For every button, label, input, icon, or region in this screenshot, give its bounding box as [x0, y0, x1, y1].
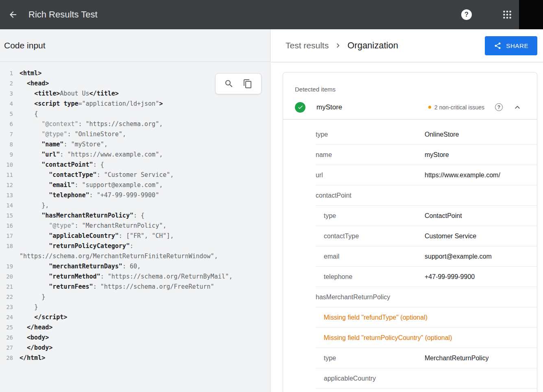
- code-line: 6 "@context": "https://schema.org",: [0, 119, 270, 129]
- code-line: 13 "telephone": "+47-99-999-9900": [0, 190, 270, 200]
- breadcrumb-chevron-icon: [334, 41, 342, 50]
- code-line: 7 "@type": "OnlineStore",: [0, 129, 270, 139]
- detail-key: contactPoint: [316, 192, 351, 199]
- detail-value: MerchantReturnPolicy: [425, 355, 488, 362]
- code-editor[interactable]: 1<html>2 <head>3 <title>About Us</title>…: [0, 62, 270, 392]
- code-text: </head>: [13, 322, 270, 333]
- section-row: applicableCountry: [283, 368, 537, 389]
- code-text: },: [13, 200, 270, 211]
- line-number: 8: [0, 139, 13, 150]
- back-button[interactable]: [7, 8, 20, 21]
- code-text: }: [13, 292, 270, 302]
- code-text: {: [13, 109, 270, 119]
- detail-rows: typeOnlineStorenamemyStoreurlhttps://www…: [283, 120, 537, 389]
- issues-summary: 2 non-critical issues: [428, 104, 484, 111]
- code-text: "name": "myStore",: [13, 139, 270, 150]
- detail-row: emailsupport@example.com: [283, 246, 537, 267]
- code-text: "contactPoint": {: [13, 160, 270, 170]
- row-divider: [316, 388, 537, 389]
- line-number: 7: [0, 129, 13, 139]
- code-text: "hasMerchantReturnPolicy": {: [13, 211, 270, 221]
- code-toolbar: [215, 73, 262, 94]
- code-line: 10 "contactPoint": {: [0, 160, 270, 170]
- code-input-header: Code input: [0, 29, 270, 62]
- line-number: 18: [0, 241, 13, 261]
- warning-text: Missing field "returnPolicyCountry" (opt…: [324, 334, 452, 342]
- code-input-title: Code input: [4, 41, 46, 50]
- line-number: 14: [0, 200, 13, 211]
- topbar-right: ?: [461, 0, 543, 29]
- code-text: "email": "support@example.com",: [13, 180, 270, 190]
- chevron-up-icon[interactable]: [512, 102, 522, 112]
- detail-key: url: [316, 172, 323, 179]
- code-line: 28</html>: [0, 353, 270, 363]
- detail-row: urlhttps://www.example.com/: [283, 165, 537, 185]
- code-line: 22 }: [0, 292, 270, 302]
- issues-text: 2 non-critical issues: [434, 104, 484, 111]
- code-text: "returnFees": "https://schema.org/FreeRe…: [13, 282, 270, 292]
- breadcrumb-entity: Organization: [347, 40, 398, 51]
- topbar: Rich Results Test ?: [0, 0, 543, 29]
- line-number: 11: [0, 170, 13, 180]
- line-number: 22: [0, 292, 13, 302]
- code-line: 17 "applicableCountry": ["FR", "CH"],: [0, 231, 270, 241]
- line-number: 19: [0, 261, 13, 272]
- code-text: <body>: [13, 333, 270, 343]
- detail-key: type: [316, 131, 328, 138]
- line-number: 12: [0, 180, 13, 190]
- code-line: 15 "hasMerchantReturnPolicy": {: [0, 211, 270, 221]
- apps-grid-icon[interactable]: [502, 9, 512, 20]
- code-line: 12 "email": "support@example.com",: [0, 180, 270, 190]
- line-number: 10: [0, 160, 13, 170]
- line-number: 28: [0, 353, 13, 363]
- warning-text: Missing field "refundType" (optional): [324, 314, 427, 321]
- line-number: 20: [0, 272, 13, 282]
- detail-key: email: [324, 253, 339, 260]
- line-number: 27: [0, 343, 13, 353]
- detail-value: OnlineStore: [425, 131, 459, 138]
- detail-key: hasMerchantReturnPolicy: [316, 294, 390, 301]
- line-number: 1: [0, 68, 13, 78]
- entity-name: myStore: [316, 103, 342, 111]
- code-line: 5 {: [0, 109, 270, 119]
- detail-row: namemyStore: [283, 145, 537, 165]
- line-number: 4: [0, 99, 13, 109]
- code-text: <script type="application/ld+json">: [13, 99, 270, 109]
- code-line: 23 }: [0, 302, 270, 312]
- breadcrumb-test-results[interactable]: Test results: [286, 41, 329, 50]
- detail-key: applicableCountry: [324, 375, 376, 382]
- code-text: </html>: [13, 353, 270, 363]
- line-number: 5: [0, 109, 13, 119]
- code-text: "applicableCountry": ["FR", "CH"],: [13, 231, 270, 241]
- results-panel: Test results Organization SHARE Detected…: [271, 29, 543, 392]
- code-text: "url": "https://www.example.com",: [13, 150, 270, 160]
- section-row: contactPoint: [283, 185, 537, 206]
- share-button[interactable]: SHARE: [485, 36, 537, 55]
- code-text: "@type": "OnlineStore",: [13, 129, 270, 139]
- entity-header-row[interactable]: myStore 2 non-critical issues ?: [283, 95, 537, 120]
- issue-dot-icon: [428, 106, 431, 109]
- line-number: 24: [0, 312, 13, 322]
- code-line: 8 "name": "myStore",: [0, 139, 270, 150]
- code-line: 26 <body>: [0, 333, 270, 343]
- help-icon[interactable]: ?: [461, 9, 472, 20]
- code-text: "@type": "MerchantReturnPolicy",: [13, 221, 270, 231]
- code-line: 18 "returnPolicyCategory": "https://sche…: [0, 241, 270, 261]
- code-text: "contactType": "Customer Service",: [13, 170, 270, 180]
- code-line: 9 "url": "https://www.example.com",: [0, 150, 270, 160]
- code-text: </body>: [13, 343, 270, 353]
- issues-help-icon[interactable]: ?: [495, 103, 503, 111]
- code-line: 27 </body>: [0, 343, 270, 353]
- copy-icon[interactable]: [243, 79, 253, 89]
- detail-value: Customer Service: [425, 233, 476, 240]
- detected-items-card: Detected items myStore 2 non-critical is…: [283, 72, 537, 392]
- detail-value: +47-99-999-9900: [425, 273, 475, 281]
- line-number: 25: [0, 322, 13, 333]
- search-icon[interactable]: [224, 79, 234, 89]
- detail-key: contactType: [324, 233, 359, 240]
- code-line: 25 </head>: [0, 322, 270, 333]
- code-text: </script>: [13, 312, 270, 322]
- detail-row: typeOnlineStore: [283, 124, 537, 145]
- detail-key: telephone: [324, 273, 352, 281]
- valid-check-icon: [295, 102, 305, 113]
